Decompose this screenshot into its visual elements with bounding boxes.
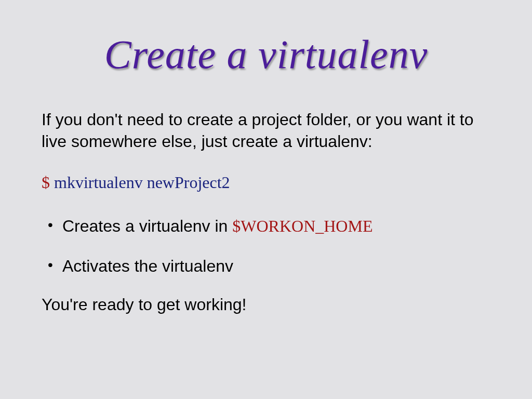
shell-prompt: $: [42, 173, 50, 192]
command-line: $ mkvirtualenv newProject2: [42, 173, 490, 192]
shell-command: mkvirtualenv newProject2: [54, 173, 230, 192]
bullet-text: Creates a virtualenv in: [62, 217, 232, 235]
closing-paragraph: You're ready to get working!: [42, 295, 490, 314]
slide: Create a virtualenv If you don't need to…: [0, 0, 532, 399]
env-var: $WORKON_HOME: [232, 217, 373, 235]
bullet-list: Creates a virtualenv in $WORKON_HOME Act…: [42, 216, 490, 277]
bullet-text: Activates the virtualenv: [62, 257, 233, 275]
slide-title: Create a virtualenv: [42, 31, 490, 78]
list-item: Activates the virtualenv: [42, 256, 490, 277]
intro-paragraph: If you don't need to create a project fo…: [42, 109, 490, 152]
list-item: Creates a virtualenv in $WORKON_HOME: [42, 216, 490, 237]
